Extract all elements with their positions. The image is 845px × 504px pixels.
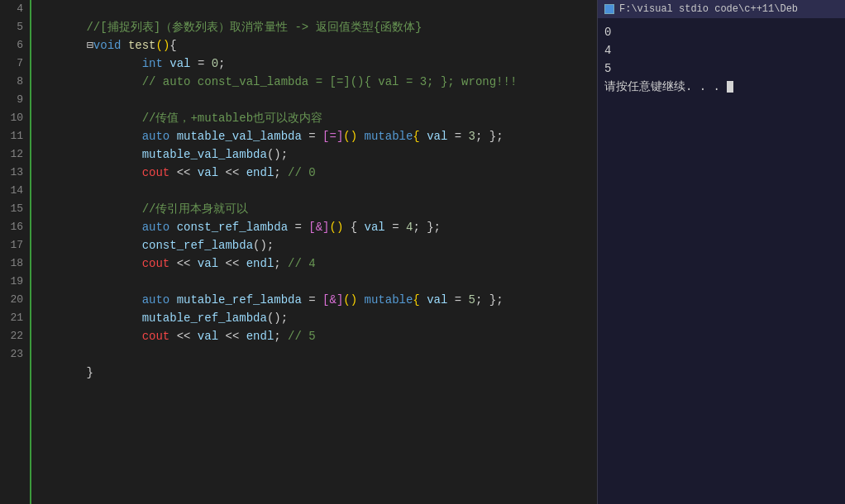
line-num-6: 6 <box>0 36 23 55</box>
line-num-20: 20 <box>0 291 23 309</box>
line-num-14: 14 <box>0 182 23 200</box>
line-num-16: 16 <box>0 218 23 236</box>
terminal-titlebar: F:\visual stdio code\c++11\Deb <box>598 0 845 18</box>
line-num-5: 5 <box>0 18 23 36</box>
cursor-blink <box>727 81 733 93</box>
line-num-19: 19 <box>0 273 23 291</box>
line-num-8: 8 <box>0 73 23 91</box>
terminal-output-1: 4 <box>604 41 838 59</box>
line-num-10: 10 <box>0 109 23 127</box>
line-num-17: 17 <box>0 236 23 254</box>
terminal-prompt: 请按任意键继续. . . <box>604 78 838 96</box>
line-number-gutter: 4 5 6 7 8 9 10 11 12 13 14 15 16 17 18 1… <box>0 0 31 504</box>
line-num-4: 4 <box>0 0 23 18</box>
editor-container: 4 5 6 7 8 9 10 11 12 13 14 15 16 17 18 1… <box>0 0 845 504</box>
terminal-output-2: 5 <box>604 59 838 78</box>
terminal-output-0: 0 <box>604 23 838 41</box>
line-num-7: 7 <box>0 55 23 73</box>
terminal-body: 0 4 5 请按任意键继续. . . <box>598 18 845 101</box>
line-num-13: 13 <box>0 164 23 182</box>
terminal-icon <box>604 4 614 14</box>
line-num-9: 9 <box>0 91 23 109</box>
line-num-18: 18 <box>0 254 23 273</box>
line-num-23: 23 <box>0 345 23 364</box>
line-num-11: 11 <box>0 127 23 145</box>
line-num-21: 21 <box>0 309 23 327</box>
line-num-12: 12 <box>0 145 23 164</box>
terminal-title: F:\visual stdio code\c++11\Deb <box>619 3 798 15</box>
terminal-overlay: F:\visual stdio code\c++11\Deb 0 4 5 请按任… <box>597 0 845 504</box>
line-num-15: 15 <box>0 200 23 218</box>
line-num-22: 22 <box>0 327 23 345</box>
